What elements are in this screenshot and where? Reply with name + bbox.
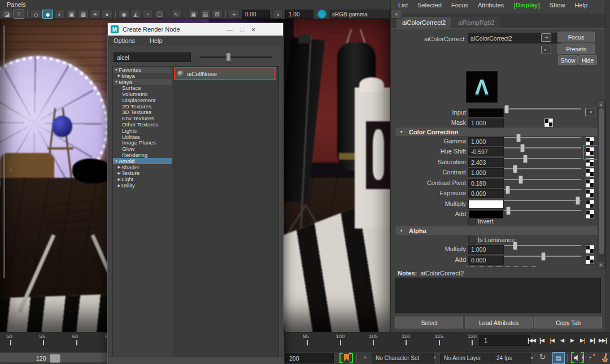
focus-button[interactable]: Focus: [557, 32, 595, 42]
chevron-down-icon[interactable]: ▼: [530, 356, 534, 360]
swatch-size-slider[interactable]: [199, 56, 272, 58]
minimize-button[interactable]: —: [226, 26, 233, 33]
tree-expand-icon[interactable]: ▶: [117, 171, 121, 176]
paint-icon[interactable]: ◭: [130, 10, 141, 19]
map-button-icon[interactable]: [586, 256, 594, 264]
value-field[interactable]: 1.000: [468, 137, 504, 146]
auto-keyframe-icon[interactable]: +: [339, 353, 353, 363]
value-field[interactable]: 1.000: [468, 119, 504, 128]
anim-layer-field[interactable]: No Anim Layer: [440, 353, 493, 363]
tree-expand-icon[interactable]: ▼: [114, 68, 119, 72]
lights-icon[interactable]: ☀: [90, 10, 101, 19]
tree-item-utilities[interactable]: Utilities: [113, 134, 172, 140]
ae-menu-focus[interactable]: Focus: [451, 2, 468, 8]
chevron-down-icon[interactable]: ▼: [433, 356, 437, 359]
shadows-icon[interactable]: ●: [102, 10, 112, 19]
dialog-menu-options[interactable]: Options: [114, 37, 135, 44]
slider-handle[interactable]: [520, 144, 525, 152]
map-button-icon[interactable]: [586, 189, 594, 198]
panel-layout-icon[interactable]: ◪: [2, 10, 12, 19]
fps-field[interactable]: 24 fps: [493, 353, 531, 363]
color-management-icon[interactable]: [317, 10, 326, 19]
map-button-icon[interactable]: [586, 245, 594, 253]
color-swatch[interactable]: [468, 200, 504, 209]
slider-track[interactable]: [504, 256, 581, 257]
value-field[interactable]: 1.000: [468, 168, 504, 177]
camera-icon[interactable]: ◉: [119, 10, 129, 19]
show-button[interactable]: Show: [558, 55, 578, 65]
prev-key-button[interactable]: |◀: [547, 334, 557, 347]
close-button[interactable]: ×: [251, 25, 256, 34]
section-color-correction[interactable]: ▼Color Correction: [395, 128, 599, 136]
maximize-button[interactable]: □: [240, 26, 244, 33]
ae-menu-show[interactable]: Show: [550, 2, 565, 8]
chevron-down-icon[interactable]: ▼: [391, 10, 402, 19]
tree-item-arnold[interactable]: ▼Arnold: [113, 158, 172, 164]
textured-icon[interactable]: ◐: [54, 10, 65, 19]
tree-item-other-textures[interactable]: Other Textures: [113, 121, 172, 128]
ae-menu-display[interactable]: [Display]: [513, 2, 539, 8]
is-luminance-checkbox[interactable]: [468, 236, 476, 244]
connect-arrow-icon[interactable]: ⇥: [585, 108, 595, 116]
value-field[interactable]: 1.000: [468, 245, 504, 254]
scroll-up-icon[interactable]: ▲: [598, 101, 604, 107]
slider-handle[interactable]: [576, 196, 580, 205]
tree-item-shader[interactable]: ▶Shader: [113, 164, 172, 170]
tree-item-displacement[interactable]: Displacement: [113, 97, 172, 103]
slider-handle[interactable]: [506, 207, 511, 215]
tree-item-image-planes[interactable]: Image Planes: [113, 140, 172, 146]
tree-item-glow[interactable]: Glow: [113, 146, 172, 152]
tree-item-maya[interactable]: ▼Maya: [113, 79, 172, 85]
hide-button[interactable]: Hide: [578, 55, 597, 65]
slider-track[interactable]: [504, 189, 581, 190]
tree-item-light[interactable]: ▶Light: [113, 176, 172, 182]
presets-button[interactable]: Presets: [557, 43, 595, 54]
tree-expand-icon[interactable]: ▶: [117, 165, 121, 169]
slider-handle[interactable]: [513, 165, 517, 173]
play-forward-button[interactable]: ▶: [567, 334, 577, 347]
invert-checkbox[interactable]: [468, 218, 476, 225]
ae-menu-list[interactable]: List: [398, 2, 408, 8]
slider-handle[interactable]: [506, 186, 510, 194]
slider-track[interactable]: [504, 158, 581, 159]
ae-menu-attributes[interactable]: Attributes: [478, 2, 504, 8]
next-key-button[interactable]: ▶|: [577, 334, 587, 347]
section-collapse-icon[interactable]: ▼: [399, 130, 403, 134]
map-button-icon[interactable]: [586, 210, 594, 218]
character-set-field[interactable]: No Character Set: [372, 353, 434, 363]
view-transform-select[interactable]: sRGB gamma: [329, 10, 390, 19]
slider-track[interactable]: [504, 108, 581, 109]
section-alpha[interactable]: ▼Alpha: [395, 226, 599, 235]
attribute-scrollbar[interactable]: ▲ ▼: [598, 100, 605, 269]
tree-item-utility[interactable]: ▶Utility: [113, 182, 172, 188]
slider-handle[interactable]: [513, 242, 517, 250]
step-back-button[interactable]: |◀: [537, 334, 547, 347]
tree-item-maya[interactable]: ▶Maya: [113, 73, 172, 79]
scroll-down-icon[interactable]: ▼: [598, 262, 604, 268]
play-backwards-button[interactable]: ◀: [557, 334, 567, 347]
value-field[interactable]: -0.597: [468, 147, 504, 156]
load-arrow-icon[interactable]: ⇥: [541, 33, 551, 42]
ae-menu-selected[interactable]: Selected: [417, 2, 442, 8]
no-image-plane-icon[interactable]: ⊠: [212, 10, 223, 19]
wireframe-icon[interactable]: ◇: [30, 10, 41, 19]
arc-icon[interactable]: ◔: [142, 10, 153, 19]
tree-expand-icon[interactable]: ▼: [114, 80, 119, 84]
chevron-down-icon[interactable]: ▼: [363, 356, 367, 359]
tree-expand-icon[interactable]: ▶: [117, 183, 121, 188]
swatch-size-slider-handle[interactable]: [226, 53, 230, 61]
section-collapse-icon[interactable]: ▼: [399, 229, 403, 233]
time-slider[interactable]: 50556065707580859095100105110115120 1 |◀…: [0, 332, 610, 352]
slider-handle[interactable]: [523, 155, 528, 163]
color-swatch[interactable]: [468, 108, 504, 117]
grey-slot-icon[interactable]: ▢: [154, 10, 165, 19]
tree-item-texture[interactable]: ▶Texture: [113, 170, 172, 177]
tree-item-3d-textures[interactable]: 3D Textures: [113, 109, 172, 116]
dialog-menu-help[interactable]: Help: [150, 37, 163, 44]
slider-track[interactable]: [504, 137, 581, 138]
arnold-node-swatch[interactable]: Λ: [466, 71, 498, 103]
notes-textarea[interactable]: [395, 278, 601, 313]
isolate-select-icon[interactable]: ▣: [188, 10, 199, 19]
slider-track[interactable]: [504, 200, 581, 201]
use-default-material-icon[interactable]: ▣: [66, 10, 77, 19]
